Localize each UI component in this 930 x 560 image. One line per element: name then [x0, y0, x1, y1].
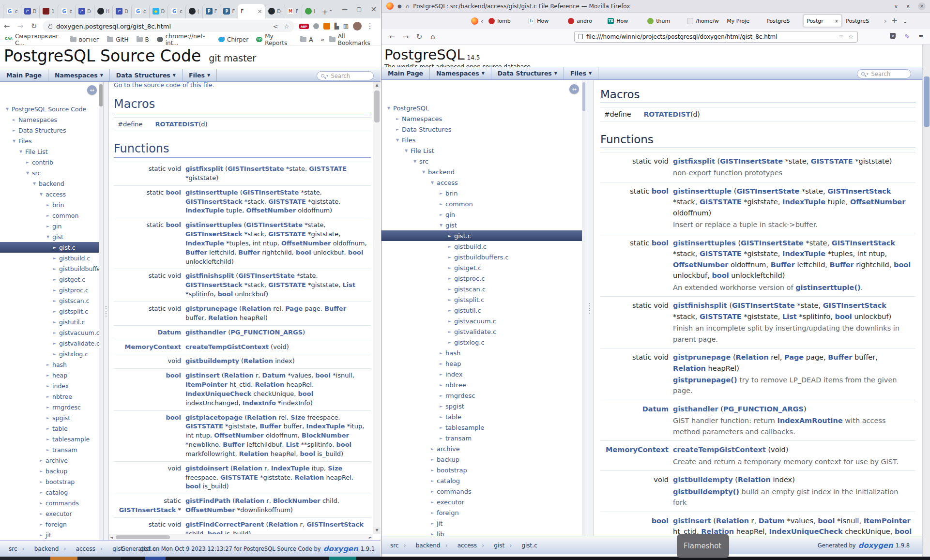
- tree-item-spgist[interactable]: ►spgist: [381, 401, 582, 411]
- expand-arrow-icon[interactable]: ►: [38, 490, 45, 495]
- tree-item-catalog[interactable]: ►catalog: [0, 487, 99, 498]
- tree-item-access[interactable]: ▼access: [0, 189, 99, 199]
- expand-arrow-icon[interactable]: ►: [45, 448, 51, 452]
- taskbar-app-blue[interactable]: [145, 557, 166, 560]
- expand-arrow-icon[interactable]: ►: [429, 532, 436, 536]
- expand-arrow-icon[interactable]: ►: [38, 458, 45, 463]
- expand-arrow-icon[interactable]: ►: [438, 212, 444, 217]
- tree-item-nbtree[interactable]: ►nbtree: [381, 379, 582, 390]
- expand-arrow-icon[interactable]: ►: [438, 191, 444, 196]
- tree-item-rmgrdesc[interactable]: ►rmgrdesc: [381, 390, 582, 401]
- collapse-arrow-icon[interactable]: ▼: [438, 223, 444, 227]
- expand-arrow-icon[interactable]: ►: [446, 287, 453, 291]
- expand-arrow-icon[interactable]: ►: [24, 160, 31, 165]
- expand-arrow-icon[interactable]: ►: [38, 512, 45, 516]
- tree-item-bootstrap[interactable]: ►bootstrap: [381, 465, 582, 475]
- tree-item-jit[interactable]: ►jit: [0, 530, 99, 540]
- tree-item-lib[interactable]: ►lib: [381, 529, 582, 536]
- function-link[interactable]: gistfixsplit: [185, 165, 223, 172]
- content-scrollbar-horizontal[interactable]: ◄ ►: [109, 534, 373, 540]
- doxygen-logo[interactable]: doxygen: [858, 541, 893, 550]
- tree-item-gistvacuum.c[interactable]: ►gistvacuum.c: [0, 327, 99, 338]
- tree-item-gist.c[interactable]: ►gist.c: [0, 242, 99, 253]
- breadcrumb-backend[interactable]: backend›: [410, 542, 452, 549]
- collapse-arrow-icon[interactable]: ▼: [412, 159, 418, 164]
- tree-item-index[interactable]: ►index: [0, 380, 99, 391]
- expand-arrow-icon[interactable]: ►: [429, 489, 436, 494]
- tree-item-bootstrap[interactable]: ►bootstrap: [0, 476, 99, 487]
- tree-item-tablesample[interactable]: ►tablesample: [0, 434, 99, 444]
- tree-item-backup[interactable]: ►backup: [381, 454, 582, 465]
- nav-sync-icon[interactable]: ↔: [87, 85, 97, 95]
- expand-arrow-icon[interactable]: ►: [38, 480, 45, 484]
- tab-list-icon[interactable]: ⌄: [902, 17, 908, 25]
- expand-arrow-icon[interactable]: ►: [446, 244, 453, 249]
- collapse-arrow-icon[interactable]: ▼: [31, 182, 38, 186]
- expand-arrow-icon[interactable]: ►: [429, 479, 436, 483]
- tree-item-gistproc.c[interactable]: ►gistproc.c: [0, 285, 99, 295]
- expand-arrow-icon[interactable]: ►: [446, 340, 453, 345]
- sidebar-scrollbar[interactable]: [582, 80, 586, 536]
- bookmark-item[interactable]: chrome://net-int...: [157, 33, 211, 46]
- breadcrumb-gist[interactable]: gist›: [488, 542, 516, 549]
- expand-arrow-icon[interactable]: ►: [45, 213, 51, 218]
- tree-item-contrib[interactable]: ►contrib: [0, 157, 99, 167]
- expand-arrow-icon[interactable]: ►: [38, 469, 45, 473]
- tree-item-tablesample[interactable]: ►tablesample: [381, 422, 582, 433]
- macro-link[interactable]: ROTATEDIST: [644, 110, 690, 118]
- tree-item-gin[interactable]: ►gin: [0, 221, 99, 231]
- function-link[interactable]: gistinserttuples: [185, 221, 242, 228]
- tree-item-gistutil.c[interactable]: ►gistutil.c: [0, 317, 99, 327]
- tree-item-hash[interactable]: ►hash: [0, 359, 99, 370]
- expand-arrow-icon[interactable]: ►: [394, 117, 401, 121]
- collapse-arrow-icon[interactable]: ▼: [429, 181, 436, 185]
- tree-item-commands[interactable]: ►commands: [0, 498, 99, 508]
- tree-item-hash[interactable]: ►hash: [381, 348, 582, 358]
- goto-source-link[interactable]: Go to the source code of this file.: [114, 82, 371, 89]
- firefox-menu-icon[interactable]: ≡: [918, 33, 924, 40]
- breadcrumb-backend[interactable]: backend›: [29, 545, 70, 552]
- bookmarks-overflow-icon[interactable]: »: [320, 36, 324, 43]
- content-scrollbar-vertical[interactable]: ▲ ▼: [373, 82, 381, 534]
- macro-link[interactable]: ROTATEDIST: [155, 121, 199, 128]
- address-bar[interactable]: doxygen.postgresql.org/gist_8c.html < ☆: [43, 20, 294, 32]
- function-link[interactable]: gistinsert: [673, 517, 711, 525]
- tree-item-gistget.c[interactable]: ►gistget.c: [381, 262, 582, 273]
- collapse-arrow-icon[interactable]: ▼: [45, 235, 51, 239]
- tree-item-foreign[interactable]: ►foreign: [381, 507, 582, 518]
- expand-arrow-icon[interactable]: ►: [438, 351, 444, 355]
- expand-arrow-icon[interactable]: ►: [429, 468, 436, 472]
- function-link[interactable]: gistplacetopage: [185, 414, 243, 421]
- adblock-icon[interactable]: ABP: [299, 24, 309, 29]
- browser-tab[interactable]: /*D: [75, 4, 94, 18]
- expand-arrow-icon[interactable]: ►: [446, 266, 453, 270]
- browser-tab[interactable]: D: [265, 4, 284, 18]
- browser-tab[interactable]: [:How: [525, 15, 564, 27]
- expand-arrow-icon[interactable]: ►: [438, 202, 444, 206]
- collapse-arrow-icon[interactable]: ▼: [403, 149, 410, 153]
- expand-arrow-icon[interactable]: ►: [51, 267, 58, 271]
- extension-dot-icon[interactable]: [313, 23, 319, 29]
- expand-arrow-icon[interactable]: ►: [429, 500, 436, 504]
- tree-item-backend[interactable]: ▼backend: [381, 166, 582, 177]
- forward-button[interactable]: →: [399, 32, 412, 41]
- tree-item-gistscan.c[interactable]: ►gistscan.c: [381, 284, 582, 294]
- tree-item-gistvalidate.c[interactable]: ►gistvalidate.c: [0, 338, 99, 348]
- browser-tab[interactable]: (: [185, 4, 202, 18]
- sidebar-splitter[interactable]: [103, 82, 109, 540]
- function-link[interactable]: createTempGistContext: [185, 343, 269, 350]
- expand-arrow-icon[interactable]: ►: [446, 298, 453, 302]
- tree-item-archive[interactable]: ►archive: [381, 443, 582, 454]
- tab-namespaces[interactable]: Namespaces▼: [430, 67, 491, 79]
- expand-arrow-icon[interactable]: ►: [51, 277, 58, 282]
- browser-tab[interactable]: Gc: [3, 4, 21, 18]
- bookmark-item[interactable]: upMy Reports: [256, 33, 292, 46]
- expand-arrow-icon[interactable]: ►: [438, 415, 444, 419]
- reload-button[interactable]: ↻: [27, 22, 41, 30]
- tree-item-brin[interactable]: ►brin: [381, 188, 582, 198]
- bookmark-item[interactable]: GitH: [107, 36, 128, 43]
- expand-arrow-icon[interactable]: ►: [394, 127, 401, 132]
- expand-arrow-icon[interactable]: ►: [45, 384, 51, 388]
- tree-item-gistvacuum.c[interactable]: ►gistvacuum.c: [381, 316, 582, 326]
- tree-item-gistbuildbuffers.c[interactable]: ►gistbuildbuffers.c: [0, 263, 99, 274]
